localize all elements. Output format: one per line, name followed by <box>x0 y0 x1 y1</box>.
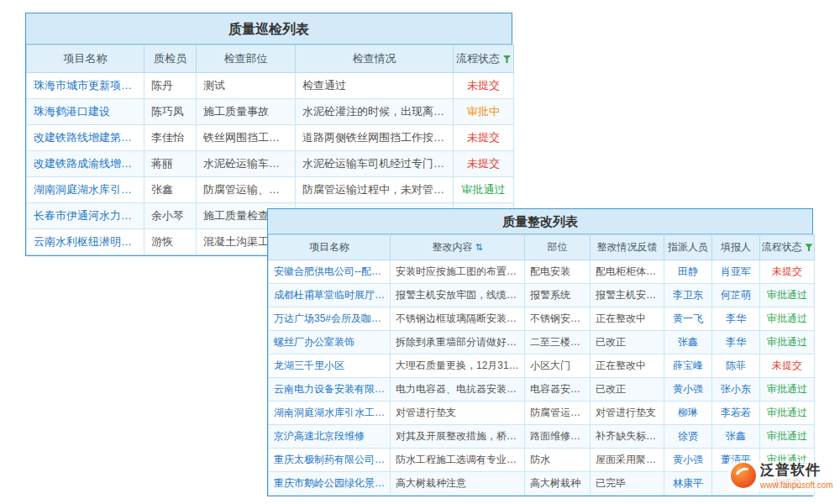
cell-assignee[interactable]: 薛宝峰 <box>664 354 712 378</box>
cell-status: 未提交 <box>760 260 815 284</box>
cell-status: 未提交 <box>454 151 514 177</box>
sort-icon[interactable]: ⇅ <box>475 242 482 252</box>
table-row: 湖南洞庭湖水库引水工程施工...对管进行垫支防腐管运输...对管进行垫支柳琳李若… <box>269 402 815 425</box>
cell-reporter[interactable]: 李华 <box>712 331 760 354</box>
cell-feedback: 正在整改中 <box>591 307 664 331</box>
cell-project[interactable]: 重庆市鹅岭公园绿化景观提升... <box>269 472 391 496</box>
column-label: 项目名称 <box>64 52 108 65</box>
cell-assignee[interactable]: 田静 <box>664 260 712 284</box>
cell-content: 对管进行垫支 <box>391 402 525 425</box>
cell-situation: 水泥砼灌注的时候，出现离析现象 <box>296 99 454 125</box>
column-label: 部位 <box>548 241 568 253</box>
column-header-part[interactable]: 检查部位 <box>197 45 296 73</box>
cell-reporter[interactable]: 张鑫 <box>712 425 760 449</box>
column-label: 流程状态 <box>456 52 500 65</box>
cell-reporter[interactable]: 李若若 <box>712 402 760 425</box>
cell-status: 未提交 <box>454 125 514 151</box>
column-header-assignee[interactable]: 指派人员 <box>664 235 712 260</box>
column-header-content[interactable]: 整改内容⇅ <box>391 235 525 260</box>
cell-inspector: 李佳怡 <box>144 125 197 151</box>
column-label: 质检员 <box>154 52 186 65</box>
cell-status: 审批通过 <box>760 378 815 402</box>
column-header-inspector[interactable]: 质检员 <box>144 45 197 73</box>
column-header-part[interactable]: 部位 <box>525 235 591 260</box>
cell-status: 审批通过 <box>760 425 815 449</box>
cell-reporter[interactable]: 李华 <box>712 307 760 331</box>
cell-assignee[interactable]: 黄小强 <box>664 378 712 402</box>
cell-inspector: 余小琴 <box>144 203 197 229</box>
cell-assignee[interactable]: 黄小强 <box>664 449 712 472</box>
table-row: 珠海市城市更新项目紫...陈丹测试检查通过未提交 <box>27 73 514 99</box>
table-row: 龙湖三千里小区大理石质量更换，12月31日之...小区大门正在整改中薛宝峰陈菲未… <box>269 354 815 378</box>
cell-reporter[interactable]: 肖亚军 <box>712 260 760 284</box>
rectification-table: 质量整改列表 项目名称整改内容⇅部位整改情况反馈指派人员填报人流程状态 安徽合肥… <box>267 208 813 496</box>
cell-project[interactable]: 安徽合肥供电公司--配电设备... <box>269 260 391 284</box>
cell-part: 报警系统 <box>525 284 591 307</box>
cell-situation: 防腐管运输过程中，未对管进行... <box>296 177 454 203</box>
cell-feedback: 对管进行垫支 <box>591 402 664 425</box>
cell-feedback: 正在整改中 <box>591 354 664 378</box>
table-row: 珠海鹤港口建设陈巧凤施工质量事故水泥砼灌注的时候，出现离析现象审批中 <box>27 99 514 125</box>
cell-content: 报警主机安放牢固，线缆连接... <box>391 284 525 307</box>
column-header-situation[interactable]: 检查情况 <box>296 45 454 73</box>
table-row: 改建铁路成渝线增建第...蒋丽水泥砼运输车检查水泥砼运输车司机经过专门培训...… <box>27 151 514 177</box>
cell-part: 铁丝网围挡工作检查 <box>197 125 296 151</box>
table-row: 云南电力设备安装有限公司20...电力电容器、电抗器安装方案...电容器安装..… <box>269 378 815 402</box>
cell-project[interactable]: 改建铁路线增建第二线... <box>27 125 144 151</box>
cell-reporter[interactable]: 张小东 <box>712 378 760 402</box>
cell-part: 不锈钢安装... <box>525 307 591 331</box>
cell-situation: 水泥砼运输车司机经过专门培训... <box>296 151 454 177</box>
column-header-project[interactable]: 项目名称 <box>27 45 144 73</box>
column-header-project[interactable]: 项目名称 <box>269 235 391 260</box>
column-header-reporter[interactable]: 填报人 <box>712 235 760 260</box>
cell-project[interactable]: 珠海市城市更新项目紫... <box>27 73 144 99</box>
cell-assignee[interactable]: 黄一飞 <box>664 307 712 331</box>
cell-project[interactable]: 珠海鹤港口建设 <box>27 99 144 125</box>
cell-part: 水泥砼运输车检查 <box>197 151 296 177</box>
cell-part: 测试 <box>197 73 296 99</box>
cell-feedback: 屋面采用聚氨... <box>591 449 664 472</box>
filter-icon[interactable] <box>806 244 813 251</box>
cell-project[interactable]: 长春市伊通河水力发电... <box>27 203 144 229</box>
column-label: 指派人员 <box>668 241 708 253</box>
cell-assignee[interactable]: 李卫东 <box>664 284 712 307</box>
logo-url: www.fanpusoft.com <box>760 480 833 490</box>
cell-assignee[interactable]: 张鑫 <box>664 331 712 354</box>
cell-project[interactable]: 湖南洞庭湖水库引水工... <box>27 177 144 203</box>
cell-project[interactable]: 螺丝厂办公室装饰 <box>269 331 391 354</box>
cell-project[interactable]: 京沪高速北京段维修 <box>269 425 391 449</box>
cell-status: 未提交 <box>454 73 514 99</box>
column-header-feedback[interactable]: 整改情况反馈 <box>591 235 664 260</box>
cell-status: 审批通过 <box>760 307 815 331</box>
cell-project[interactable]: 成都杜甫草堂临时展厅独立展... <box>269 284 391 307</box>
cell-assignee[interactable]: 林康平 <box>664 472 712 496</box>
table-row: 改建铁路线增建第二线...李佳怡铁丝网围挡工作检查道路两侧铁丝网围挡工作按设计.… <box>27 125 514 151</box>
cell-part: 防腐管运输... <box>525 402 591 425</box>
cell-content: 高大树栽种注意 <box>391 472 525 496</box>
cell-status: 审批通过 <box>760 284 815 307</box>
cell-project[interactable]: 湖南洞庭湖水库引水工程施工... <box>269 402 391 425</box>
cell-reporter[interactable]: 何芷萌 <box>712 284 760 307</box>
column-header-status[interactable]: 流程状态 <box>760 235 815 260</box>
cell-project[interactable]: 云南电力设备安装有限公司20... <box>269 378 391 402</box>
fanpu-logo[interactable]: 泛普软件 www.fanpusoft.com <box>727 461 837 491</box>
cell-project[interactable]: 万达广场35#会所及咖啡厅空... <box>269 307 391 331</box>
filter-icon[interactable] <box>503 55 511 63</box>
cell-part: 防水 <box>525 449 591 472</box>
cell-assignee[interactable]: 徐贤 <box>664 425 712 449</box>
cell-content: 不锈钢边框玻璃隔断安装不牢... <box>391 307 525 331</box>
cell-project[interactable]: 云南水利枢纽潜明水库... <box>27 229 144 255</box>
cell-inspector: 蒋丽 <box>144 151 197 177</box>
cell-feedback: 已改正 <box>591 331 664 354</box>
cell-part: 电容器安装... <box>525 378 591 402</box>
cell-part: 施工质量事故 <box>197 99 296 125</box>
cell-inspector: 张鑫 <box>144 177 197 203</box>
cell-situation: 道路两侧铁丝网围挡工作按设计... <box>296 125 454 151</box>
cell-project[interactable]: 改建铁路成渝线增建第... <box>27 151 144 177</box>
column-header-status[interactable]: 流程状态 <box>454 45 514 73</box>
cell-project[interactable]: 重庆太极制药有限公司亳州中... <box>269 449 391 472</box>
cell-part: 配电安装 <box>525 260 591 284</box>
cell-reporter[interactable]: 陈菲 <box>712 354 760 378</box>
cell-project[interactable]: 龙湖三千里小区 <box>269 354 391 378</box>
cell-assignee[interactable]: 柳琳 <box>664 402 712 425</box>
